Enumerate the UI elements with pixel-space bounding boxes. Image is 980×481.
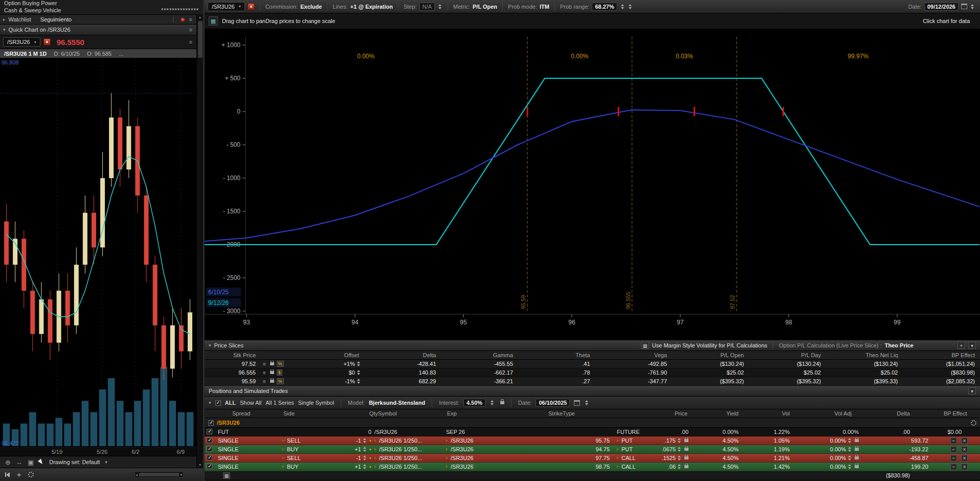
add-icon[interactable]: + xyxy=(17,471,21,479)
grid-icon[interactable]: ▦ xyxy=(223,472,230,479)
column-header[interactable]: Delta xyxy=(364,352,441,358)
filter-all[interactable]: ALL xyxy=(225,400,236,406)
position-row[interactable]: SINGLE SELL -1▾ /SR3U26 1/250... /SR3U26… xyxy=(205,436,980,445)
delete-leg-button[interactable]: × xyxy=(961,464,968,470)
menu-icon[interactable]: ≡ xyxy=(188,39,193,45)
positions-menu-button[interactable]: ▾ xyxy=(968,387,976,395)
remove-leg-button[interactable]: − xyxy=(950,464,957,470)
calendar-icon[interactable] xyxy=(961,4,967,9)
lock-icon[interactable] xyxy=(270,362,274,365)
delete-leg-button[interactable]: × xyxy=(961,455,968,462)
candlestick-chart[interactable] xyxy=(0,58,196,447)
scrollbar-thumb[interactable] xyxy=(139,473,180,476)
interest-input[interactable]: 4.50% xyxy=(463,399,485,407)
lock-icon[interactable] xyxy=(855,465,859,468)
qty-stepper[interactable] xyxy=(363,438,366,443)
date-stepper[interactable] xyxy=(971,4,974,9)
scroll-down-icon[interactable]: ▾ xyxy=(180,473,182,477)
position-qty[interactable]: 0 xyxy=(315,429,371,435)
column-header[interactable]: Side xyxy=(279,410,315,417)
vol-adj-stepper[interactable] xyxy=(848,455,851,461)
add-price-slice-button[interactable]: + xyxy=(957,342,965,349)
column-header[interactable]: BP Effect xyxy=(903,352,980,358)
date-input[interactable]: 09/12/2026 xyxy=(924,3,959,11)
qty-stepper[interactable] xyxy=(363,447,366,452)
price-stepper[interactable] xyxy=(678,447,681,452)
price-slices-title[interactable]: Price Slices xyxy=(214,342,243,348)
filter-series[interactable]: All 1 Series xyxy=(265,400,294,406)
lock-icon[interactable] xyxy=(684,465,688,468)
position-price[interactable]: .175 xyxy=(655,438,711,444)
quick-chart-header[interactable]: ▾ Quick Chart on /SR3U26 ≡ xyxy=(0,25,196,35)
position-price[interactable]: .06 xyxy=(655,464,711,470)
risk-profile-chart[interactable]: + 1000+ 5000- 500- 1000- 1500- 2000- 250… xyxy=(205,29,980,340)
menu-icon[interactable]: ≡ xyxy=(188,27,193,33)
lock-icon[interactable] xyxy=(684,439,688,442)
lock-icon[interactable] xyxy=(684,448,688,451)
link-color-button[interactable] xyxy=(43,38,51,46)
column-header[interactable]: BP Effect xyxy=(944,410,980,417)
metric-value[interactable]: P/L Open xyxy=(473,4,497,10)
chevron-down-icon[interactable]: ▾ xyxy=(209,400,211,405)
chevron-down-icon[interactable]: ▾ xyxy=(209,343,211,348)
row-checkbox[interactable] xyxy=(207,464,212,469)
gear-icon[interactable] xyxy=(971,420,976,426)
column-header[interactable]: Vega xyxy=(595,352,673,358)
price-slice-row[interactable]: 95.59 ≡% -1% 682.29-366.21.27-347.77($39… xyxy=(205,377,980,386)
go-to-start-icon[interactable] xyxy=(5,472,10,477)
all-checkbox[interactable] xyxy=(215,400,221,406)
scroll-up-icon[interactable]: ▴ xyxy=(136,473,138,477)
column-header[interactable]: P/L Open xyxy=(672,352,749,358)
position-row[interactable]: FUT 0 /SR3U26 SEP 26 FUTURE .00 0.00% 1.… xyxy=(205,428,980,436)
prob-range-fine-stepper[interactable] xyxy=(629,4,632,9)
position-price[interactable]: .1525 xyxy=(655,455,711,461)
column-header[interactable]: Vol Adj xyxy=(818,410,867,417)
quick-chart-canvas[interactable]: 96.808 96.477 xyxy=(0,58,196,447)
lines-value[interactable]: +1 @ Expiration xyxy=(350,4,393,10)
vol-adj-stepper[interactable] xyxy=(848,447,851,452)
vol-adj-stepper[interactable] xyxy=(848,438,851,443)
offset-unit-badge[interactable]: $ xyxy=(277,369,282,376)
positions-title[interactable]: Positions and Simulated Trades xyxy=(209,388,288,394)
column-header[interactable]: Delta xyxy=(867,410,944,417)
slice-stk-price[interactable]: 95.59 xyxy=(205,378,261,384)
delete-leg-button[interactable]: × xyxy=(961,446,968,453)
position-row[interactable]: SINGLE BUY +1▾ /SR3U26 1/250... /SR3U26 … xyxy=(205,445,980,454)
sidebar-scrollbar[interactable]: ▴ ▾ xyxy=(196,14,203,468)
position-vol-adj[interactable]: 0.00% xyxy=(818,429,867,435)
zoom-icon[interactable]: ⊕ xyxy=(5,458,11,466)
column-header[interactable]: Theta xyxy=(518,352,595,358)
watchlist-label[interactable]: Watchlist xyxy=(9,16,31,23)
price-stepper[interactable] xyxy=(678,455,681,461)
group-symbol[interactable]: /SR3U26 xyxy=(217,420,240,426)
offset-unit-badge[interactable]: % xyxy=(277,361,284,367)
column-header[interactable]: Stk Price xyxy=(205,352,261,358)
price-stepper[interactable] xyxy=(678,464,681,469)
column-header[interactable]: Exp xyxy=(443,410,489,417)
position-qty[interactable]: -1▾ xyxy=(315,455,371,461)
row-checkbox[interactable] xyxy=(207,455,212,461)
group-checkbox[interactable] xyxy=(208,420,214,426)
model-value[interactable]: Bjerksund-Stensland xyxy=(369,400,425,406)
cursor-icon[interactable] xyxy=(38,459,44,466)
link-color-button[interactable] xyxy=(248,3,255,10)
price-slice-row[interactable]: 97.52 ≡% +1% -428.41-455.55.41-492.85($1… xyxy=(205,360,980,368)
column-header[interactable]: Offset xyxy=(302,352,364,358)
chart-info-more[interactable]: ... xyxy=(119,51,123,57)
remove-leg-button[interactable]: − xyxy=(950,438,957,444)
lock-icon[interactable] xyxy=(855,456,859,460)
lock-icon[interactable] xyxy=(855,439,859,442)
chevron-right-icon[interactable]: ▸ xyxy=(3,17,6,22)
slice-stk-price[interactable]: 96.555 xyxy=(205,369,261,376)
column-header[interactable]: QtySymbol xyxy=(315,410,443,417)
remove-leg-button[interactable]: − xyxy=(950,446,957,453)
account-row-cash-sweep[interactable]: Cash & Sweep Vehicle ************** xyxy=(0,6,203,14)
horizontal-scrollbar[interactable]: ▴ ▾ xyxy=(135,471,184,478)
slice-offset[interactable]: -1% xyxy=(302,378,364,384)
lock-icon[interactable] xyxy=(855,448,859,451)
position-price[interactable]: .0675 xyxy=(655,446,711,452)
prob-mode-value[interactable]: ITM xyxy=(540,4,549,10)
lock-icon[interactable] xyxy=(684,456,688,460)
column-header[interactable]: Theo Net Liq xyxy=(826,352,903,358)
lock-icon[interactable] xyxy=(270,380,274,383)
